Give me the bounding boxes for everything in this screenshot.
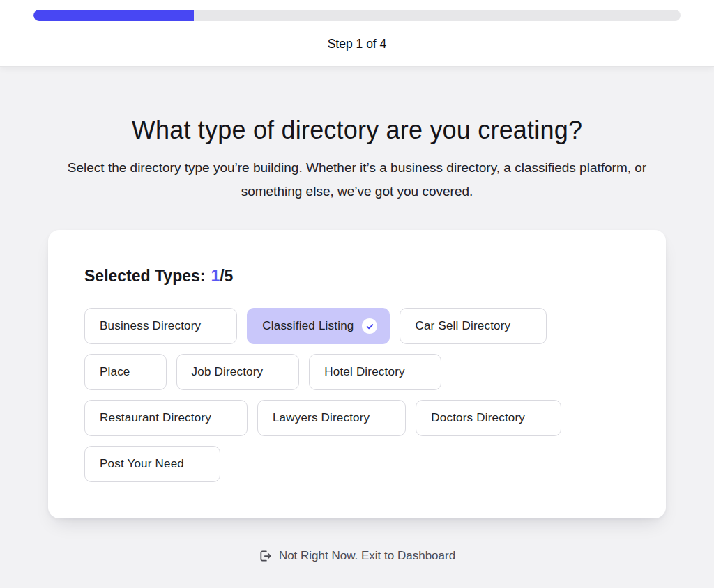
- directory-type-chip[interactable]: Hotel Directory: [309, 354, 441, 390]
- directory-type-chip[interactable]: Doctors Directory: [416, 400, 561, 436]
- directory-type-row: PlaceJob DirectoryHotel Directory: [84, 354, 630, 390]
- directory-type-row: Restaurant DirectoryLawyers DirectoryDoc…: [84, 400, 630, 436]
- directory-type-chip[interactable]: Restaurant Directory: [84, 400, 248, 436]
- exit-label: Not Right Now. Exit to Dashboard: [279, 549, 455, 563]
- chip-label: Doctors Directory: [431, 411, 525, 425]
- selected-types-heading: Selected Types:1/5: [84, 266, 630, 286]
- chip-label: Business Directory: [100, 319, 201, 333]
- page-subtitle: Select the directory type you’re buildin…: [50, 156, 664, 203]
- directory-type-chip[interactable]: Job Directory: [176, 354, 300, 390]
- directory-type-chip[interactable]: Classified Listing: [247, 308, 390, 344]
- directory-type-chip[interactable]: Car Sell Directory: [400, 308, 547, 344]
- chip-label: Job Directory: [192, 365, 264, 379]
- progress-bar: [33, 10, 681, 21]
- type-selection-card: Selected Types:1/5 Business DirectoryCla…: [48, 230, 666, 518]
- chip-label: Hotel Directory: [324, 365, 404, 379]
- chip-label: Post Your Need: [100, 457, 184, 471]
- chip-label: Restaurant Directory: [100, 411, 211, 425]
- wizard-body: What type of directory are you creating?…: [0, 114, 714, 588]
- chip-label: Classified Listing: [262, 319, 354, 333]
- check-icon: [362, 318, 377, 334]
- logout-icon: [259, 549, 273, 563]
- chip-label: Place: [100, 365, 130, 379]
- directory-type-chip[interactable]: Post Your Need: [84, 446, 220, 482]
- wizard-header: Step 1 of 4: [0, 0, 714, 67]
- chip-label: Lawyers Directory: [273, 411, 370, 425]
- step-indicator: Step 1 of 4: [33, 36, 681, 52]
- page-title: What type of directory are you creating?: [0, 114, 714, 146]
- chip-label: Car Sell Directory: [415, 319, 510, 333]
- selected-types-label: Selected Types:: [84, 267, 205, 285]
- directory-type-row: Business DirectoryClassified ListingCar …: [84, 308, 630, 344]
- directory-type-chip[interactable]: Place: [84, 354, 167, 390]
- directory-type-chip[interactable]: Business Directory: [84, 308, 237, 344]
- directory-type-chip[interactable]: Lawyers Directory: [257, 400, 406, 436]
- progress-bar-fill: [33, 10, 194, 21]
- directory-type-list: Business DirectoryClassified ListingCar …: [84, 308, 630, 482]
- exit-to-dashboard-button[interactable]: Not Right Now. Exit to Dashboard: [259, 549, 455, 563]
- selected-total: /5: [220, 267, 233, 285]
- selected-count: 1: [211, 267, 220, 285]
- directory-type-row: Post Your Need: [84, 446, 630, 482]
- footer-area: Not Right Now. Exit to Dashboard: [0, 549, 714, 563]
